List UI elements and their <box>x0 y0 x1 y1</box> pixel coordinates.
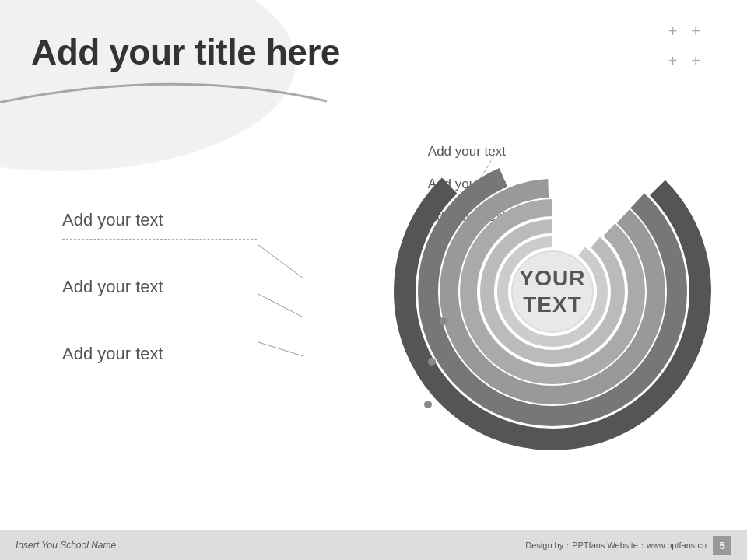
svg-line-6 <box>258 342 303 356</box>
left-labels: Add your text Add your text Add your tex… <box>62 210 163 411</box>
svg-point-14 <box>440 317 447 325</box>
left-label-item-1: Add your text <box>62 210 163 230</box>
plus-icon-1: + <box>668 23 678 39</box>
chart-center-text-line1: YOUR <box>520 265 586 292</box>
plus-icon-3: + <box>668 53 678 68</box>
svg-line-4 <box>258 245 303 278</box>
svg-point-0 <box>0 0 296 171</box>
chart-area: YOUR TEXT <box>389 128 716 455</box>
slide: + + + + Add your title here Add your tex… <box>0 0 747 560</box>
svg-line-5 <box>258 294 303 317</box>
left-label-text-2: Add your text <box>62 277 163 296</box>
left-label-item-2: Add your text <box>62 277 163 297</box>
left-label-text-3: Add your text <box>62 344 163 363</box>
chart-center-text: YOUR TEXT <box>520 265 586 317</box>
svg-point-16 <box>424 401 432 408</box>
page-number: 5 <box>713 536 731 555</box>
svg-point-15 <box>428 358 436 366</box>
school-name: Insert You School Name <box>16 540 116 551</box>
plus-icon-2: + <box>691 23 700 39</box>
dashed-divider-3 <box>62 373 257 373</box>
design-credit: Design by：PPTfans Website：www.pptfans.cn <box>525 540 707 551</box>
dashed-divider-1 <box>62 239 257 240</box>
decorative-plus-signs: + + + + <box>668 23 700 68</box>
plus-icon-4: + <box>691 53 700 68</box>
left-label-text-1: Add your text <box>62 210 163 229</box>
title-area: Add your title here <box>31 31 340 73</box>
slide-title: Add your title here <box>31 31 340 73</box>
left-label-item-3: Add your text <box>62 344 163 364</box>
chart-center-text-line2: TEXT <box>520 292 586 318</box>
bottom-bar: Insert You School Name Design by：PPTfans… <box>0 530 747 560</box>
bottom-right-area: Design by：PPTfans Website：www.pptfans.cn… <box>525 536 731 555</box>
dashed-divider-2 <box>62 306 257 306</box>
